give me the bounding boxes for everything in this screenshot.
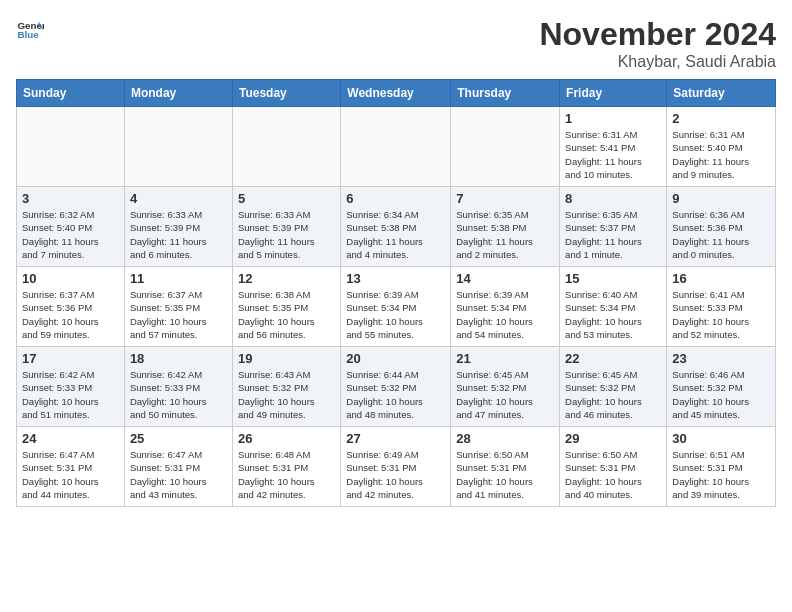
- day-info: Sunrise: 6:35 AM Sunset: 5:37 PM Dayligh…: [565, 208, 661, 261]
- day-info: Sunrise: 6:44 AM Sunset: 5:32 PM Dayligh…: [346, 368, 445, 421]
- day-info: Sunrise: 6:45 AM Sunset: 5:32 PM Dayligh…: [456, 368, 554, 421]
- day-number: 18: [130, 351, 227, 366]
- table-row: 18Sunrise: 6:42 AM Sunset: 5:33 PM Dayli…: [124, 347, 232, 427]
- day-info: Sunrise: 6:37 AM Sunset: 5:36 PM Dayligh…: [22, 288, 119, 341]
- day-number: 17: [22, 351, 119, 366]
- day-info: Sunrise: 6:47 AM Sunset: 5:31 PM Dayligh…: [22, 448, 119, 501]
- day-number: 6: [346, 191, 445, 206]
- day-info: Sunrise: 6:32 AM Sunset: 5:40 PM Dayligh…: [22, 208, 119, 261]
- day-info: Sunrise: 6:40 AM Sunset: 5:34 PM Dayligh…: [565, 288, 661, 341]
- day-number: 21: [456, 351, 554, 366]
- day-number: 28: [456, 431, 554, 446]
- day-number: 22: [565, 351, 661, 366]
- table-row: 13Sunrise: 6:39 AM Sunset: 5:34 PM Dayli…: [341, 267, 451, 347]
- day-number: 9: [672, 191, 770, 206]
- day-info: Sunrise: 6:39 AM Sunset: 5:34 PM Dayligh…: [346, 288, 445, 341]
- day-number: 13: [346, 271, 445, 286]
- day-number: 11: [130, 271, 227, 286]
- month-title: November 2024: [539, 16, 776, 53]
- table-row: 29Sunrise: 6:50 AM Sunset: 5:31 PM Dayli…: [560, 427, 667, 507]
- day-info: Sunrise: 6:31 AM Sunset: 5:40 PM Dayligh…: [672, 128, 770, 181]
- day-number: 8: [565, 191, 661, 206]
- day-number: 5: [238, 191, 335, 206]
- day-number: 23: [672, 351, 770, 366]
- table-row: 24Sunrise: 6:47 AM Sunset: 5:31 PM Dayli…: [17, 427, 125, 507]
- location-title: Khaybar, Saudi Arabia: [539, 53, 776, 71]
- day-number: 20: [346, 351, 445, 366]
- day-info: Sunrise: 6:41 AM Sunset: 5:33 PM Dayligh…: [672, 288, 770, 341]
- table-row: 5Sunrise: 6:33 AM Sunset: 5:39 PM Daylig…: [232, 187, 340, 267]
- table-row: [17, 107, 125, 187]
- table-row: 12Sunrise: 6:38 AM Sunset: 5:35 PM Dayli…: [232, 267, 340, 347]
- logo-icon: General Blue: [16, 16, 44, 44]
- table-row: [451, 107, 560, 187]
- calendar: Sunday Monday Tuesday Wednesday Thursday…: [16, 79, 776, 507]
- day-number: 1: [565, 111, 661, 126]
- svg-text:Blue: Blue: [17, 29, 39, 40]
- table-row: 28Sunrise: 6:50 AM Sunset: 5:31 PM Dayli…: [451, 427, 560, 507]
- day-info: Sunrise: 6:33 AM Sunset: 5:39 PM Dayligh…: [130, 208, 227, 261]
- calendar-week-row: 24Sunrise: 6:47 AM Sunset: 5:31 PM Dayli…: [17, 427, 776, 507]
- table-row: 8Sunrise: 6:35 AM Sunset: 5:37 PM Daylig…: [560, 187, 667, 267]
- table-row: 14Sunrise: 6:39 AM Sunset: 5:34 PM Dayli…: [451, 267, 560, 347]
- table-row: 17Sunrise: 6:42 AM Sunset: 5:33 PM Dayli…: [17, 347, 125, 427]
- table-row: 22Sunrise: 6:45 AM Sunset: 5:32 PM Dayli…: [560, 347, 667, 427]
- col-sunday: Sunday: [17, 80, 125, 107]
- day-info: Sunrise: 6:47 AM Sunset: 5:31 PM Dayligh…: [130, 448, 227, 501]
- calendar-week-row: 10Sunrise: 6:37 AM Sunset: 5:36 PM Dayli…: [17, 267, 776, 347]
- calendar-header-row: Sunday Monday Tuesday Wednesday Thursday…: [17, 80, 776, 107]
- day-info: Sunrise: 6:36 AM Sunset: 5:36 PM Dayligh…: [672, 208, 770, 261]
- table-row: 6Sunrise: 6:34 AM Sunset: 5:38 PM Daylig…: [341, 187, 451, 267]
- day-info: Sunrise: 6:51 AM Sunset: 5:31 PM Dayligh…: [672, 448, 770, 501]
- day-info: Sunrise: 6:34 AM Sunset: 5:38 PM Dayligh…: [346, 208, 445, 261]
- day-info: Sunrise: 6:35 AM Sunset: 5:38 PM Dayligh…: [456, 208, 554, 261]
- table-row: 15Sunrise: 6:40 AM Sunset: 5:34 PM Dayli…: [560, 267, 667, 347]
- day-number: 24: [22, 431, 119, 446]
- table-row: 26Sunrise: 6:48 AM Sunset: 5:31 PM Dayli…: [232, 427, 340, 507]
- day-number: 19: [238, 351, 335, 366]
- table-row: [341, 107, 451, 187]
- day-number: 10: [22, 271, 119, 286]
- day-info: Sunrise: 6:50 AM Sunset: 5:31 PM Dayligh…: [456, 448, 554, 501]
- day-number: 4: [130, 191, 227, 206]
- table-row: 20Sunrise: 6:44 AM Sunset: 5:32 PM Dayli…: [341, 347, 451, 427]
- table-row: 25Sunrise: 6:47 AM Sunset: 5:31 PM Dayli…: [124, 427, 232, 507]
- day-info: Sunrise: 6:46 AM Sunset: 5:32 PM Dayligh…: [672, 368, 770, 421]
- table-row: 3Sunrise: 6:32 AM Sunset: 5:40 PM Daylig…: [17, 187, 125, 267]
- col-monday: Monday: [124, 80, 232, 107]
- col-saturday: Saturday: [667, 80, 776, 107]
- table-row: 27Sunrise: 6:49 AM Sunset: 5:31 PM Dayli…: [341, 427, 451, 507]
- table-row: 1Sunrise: 6:31 AM Sunset: 5:41 PM Daylig…: [560, 107, 667, 187]
- table-row: 30Sunrise: 6:51 AM Sunset: 5:31 PM Dayli…: [667, 427, 776, 507]
- col-tuesday: Tuesday: [232, 80, 340, 107]
- calendar-week-row: 3Sunrise: 6:32 AM Sunset: 5:40 PM Daylig…: [17, 187, 776, 267]
- table-row: [232, 107, 340, 187]
- day-info: Sunrise: 6:45 AM Sunset: 5:32 PM Dayligh…: [565, 368, 661, 421]
- day-number: 15: [565, 271, 661, 286]
- col-friday: Friday: [560, 80, 667, 107]
- table-row: 16Sunrise: 6:41 AM Sunset: 5:33 PM Dayli…: [667, 267, 776, 347]
- calendar-week-row: 1Sunrise: 6:31 AM Sunset: 5:41 PM Daylig…: [17, 107, 776, 187]
- day-info: Sunrise: 6:49 AM Sunset: 5:31 PM Dayligh…: [346, 448, 445, 501]
- day-number: 29: [565, 431, 661, 446]
- table-row: 10Sunrise: 6:37 AM Sunset: 5:36 PM Dayli…: [17, 267, 125, 347]
- table-row: 9Sunrise: 6:36 AM Sunset: 5:36 PM Daylig…: [667, 187, 776, 267]
- table-row: 7Sunrise: 6:35 AM Sunset: 5:38 PM Daylig…: [451, 187, 560, 267]
- calendar-week-row: 17Sunrise: 6:42 AM Sunset: 5:33 PM Dayli…: [17, 347, 776, 427]
- day-info: Sunrise: 6:37 AM Sunset: 5:35 PM Dayligh…: [130, 288, 227, 341]
- day-number: 27: [346, 431, 445, 446]
- day-number: 12: [238, 271, 335, 286]
- table-row: [124, 107, 232, 187]
- col-wednesday: Wednesday: [341, 80, 451, 107]
- header: General Blue November 2024 Khaybar, Saud…: [16, 16, 776, 71]
- day-number: 7: [456, 191, 554, 206]
- day-number: 26: [238, 431, 335, 446]
- day-info: Sunrise: 6:31 AM Sunset: 5:41 PM Dayligh…: [565, 128, 661, 181]
- day-info: Sunrise: 6:38 AM Sunset: 5:35 PM Dayligh…: [238, 288, 335, 341]
- table-row: 11Sunrise: 6:37 AM Sunset: 5:35 PM Dayli…: [124, 267, 232, 347]
- day-info: Sunrise: 6:39 AM Sunset: 5:34 PM Dayligh…: [456, 288, 554, 341]
- logo: General Blue: [16, 16, 44, 44]
- day-info: Sunrise: 6:50 AM Sunset: 5:31 PM Dayligh…: [565, 448, 661, 501]
- day-number: 25: [130, 431, 227, 446]
- table-row: 2Sunrise: 6:31 AM Sunset: 5:40 PM Daylig…: [667, 107, 776, 187]
